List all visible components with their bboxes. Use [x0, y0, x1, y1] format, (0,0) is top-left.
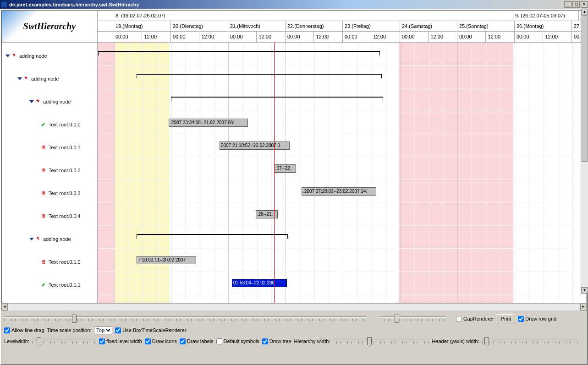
header-width-slider[interactable] [482, 337, 578, 345]
header-width-label: Header (yaxis) width: [432, 338, 479, 344]
hierarchy-width-label: Hierarchy width: [294, 338, 330, 344]
tree-node[interactable]: adding node [2, 67, 97, 90]
gantt-row[interactable] [98, 226, 586, 249]
timebar[interactable]: 2007 21:10:52--22.02.2007 0 [220, 142, 290, 150]
scale-hour: 00:00 [171, 32, 199, 42]
print-button[interactable]: Print [497, 314, 516, 323]
tree-toggle-icon[interactable] [29, 238, 34, 240]
default-symbols-checkbox[interactable]: Default symbols [216, 338, 259, 344]
zoom-slider[interactable] [4, 315, 366, 323]
allow-line-drag-checkbox[interactable]: Allow line drag [4, 327, 44, 333]
scale-day: 22.(Donnerstag) [286, 21, 343, 31]
scroll-track[interactable] [8, 304, 580, 311]
minimize-button[interactable]: _ [564, 1, 572, 8]
hierarchy-title: SwtHierarchy [23, 21, 76, 32]
tree-label: Text root.0.0.3 [49, 191, 81, 196]
draw-tree-checkbox[interactable]: Draw tree [262, 338, 291, 344]
gantt-row[interactable]: 2007 21:10:52--22.02.2007 0 [98, 134, 586, 157]
scale-hour: 12:00 [486, 32, 515, 42]
timeline-panel[interactable]: 8. (19.02.07-26.02.07)9. (26.02.07-05.03… [98, 11, 586, 303]
tree-node[interactable]: adding node [2, 90, 97, 113]
scale-week: 9. (26.02.07-05.03.07) [513, 11, 579, 21]
tree-node[interactable]: adding node [2, 44, 97, 67]
tree-toggle-icon[interactable] [5, 54, 10, 57]
gantt-view: SwtHierarchy adding nodeadding nodeaddin… [1, 10, 587, 303]
summary-bracket[interactable] [171, 97, 383, 98]
timebar[interactable]: 01:53:04--22.02.200 [232, 279, 287, 287]
gantt-row[interactable]: 01:53:04--22.02.200 [98, 272, 586, 294]
scroll-down-icon[interactable]: ▼ [581, 287, 588, 294]
timebar[interactable]: 7 10:00:11--20.02.2007 [137, 256, 196, 264]
slider-2[interactable] [381, 315, 445, 323]
scale-day: 26.(Montag) [515, 21, 572, 31]
gantt-rows[interactable]: .2007 23:34:08--21.02.2007 06:2007 21:10… [98, 43, 586, 294]
scroll-thumb[interactable] [582, 15, 588, 162]
gantt-row[interactable]: .2007 23:34:08--21.02.2007 06: [98, 111, 586, 134]
draw-icons-checkbox[interactable]: Draw icons [145, 338, 177, 344]
tree-label: adding node [43, 99, 71, 104]
tree-node[interactable]: ✔Text root.0.0.0 [2, 113, 97, 136]
scale-week: 8. (19.02.07-26.02.07) [114, 11, 513, 21]
scale-day: 24.(Samstag) [400, 21, 457, 31]
vertical-scrollbar[interactable]: ▲ ▼ [581, 9, 588, 294]
exclamation-icon: !!! [41, 145, 47, 150]
scale-hour: 00:00 [286, 32, 314, 42]
gantt-row[interactable]: :37--22. [98, 157, 586, 180]
tree-node[interactable]: !!!Text root.0.0.4 [2, 205, 97, 228]
tree-node[interactable]: ✔Text root.0.1.1 [2, 273, 97, 296]
scale-day: 21.(Mittwoch) [228, 21, 286, 31]
close-button[interactable]: ✕ [581, 1, 588, 8]
gantt-row[interactable] [98, 65, 586, 88]
levelwidth-slider[interactable] [32, 337, 96, 345]
gap-renderer-checkbox[interactable]: GapRenderer [456, 316, 494, 322]
scale-hour: 12:00 [544, 32, 572, 42]
window-title: de.jaret.examples.timebars.hierarchy.swt… [9, 2, 563, 7]
use-box-renderer-checkbox[interactable]: Use BoxTimeScaleRenderer [115, 327, 186, 333]
gantt-row[interactable] [98, 43, 586, 65]
gantt-row[interactable]: 7 10:00:11--20.02.2007 [98, 249, 586, 272]
summary-bracket[interactable] [137, 234, 288, 236]
scroll-up-icon[interactable]: ▲ [581, 9, 588, 15]
add-node-icon [12, 53, 17, 59]
tree-node[interactable]: !!!Text root.0.0.1 [2, 136, 97, 159]
tree-label: Text root.0.0.4 [49, 213, 81, 219]
tree-toggle-icon[interactable] [17, 77, 22, 80]
tree-view[interactable]: adding nodeadding nodeadding node✔Text r… [2, 43, 97, 303]
hierarchy-width-slider[interactable] [333, 337, 429, 345]
tree-node[interactable]: !!!Text root.0.0.3 [2, 182, 97, 205]
gantt-row[interactable]: .2007 07:28:03--23.02.2007 14: [98, 180, 586, 203]
tree-label: Text root.0.0.2 [49, 168, 81, 173]
hierarchy-header: SwtHierarchy [2, 11, 97, 43]
timebar[interactable]: .2007 07:28:03--23.02.2007 14: [302, 187, 376, 196]
scale-hour: 12:00 [429, 32, 457, 42]
scroll-left-icon[interactable]: ◄ [1, 304, 8, 311]
check-icon: ✔ [41, 282, 47, 288]
scale-hour: 00:00 [400, 32, 429, 42]
maximize-button[interactable]: ◻ [572, 1, 580, 8]
scale-day: 25.(Sonntag) [457, 21, 515, 31]
scroll-right-icon[interactable]: ► [580, 304, 587, 311]
summary-bracket[interactable] [98, 51, 380, 53]
draw-row-grid-checkbox[interactable]: Draw row grid [518, 316, 556, 322]
fixed-level-width-checkbox[interactable]: fixed level width [99, 338, 142, 344]
draw-labels-checkbox[interactable]: Draw labels [180, 338, 213, 344]
time-scale-position-select[interactable]: Top [94, 326, 112, 334]
gantt-row[interactable] [98, 88, 586, 111]
summary-bracket[interactable] [137, 74, 382, 76]
gantt-row[interactable]: :28--21. [98, 203, 586, 226]
tree-label: Text root.0.1.0 [49, 259, 81, 265]
tree-node[interactable]: adding node [2, 228, 97, 251]
tree-label: Text root.0.0.1 [49, 145, 81, 150]
add-node-icon [36, 99, 41, 104]
tree-node[interactable]: !!!Text root.0.0.2 [2, 159, 97, 182]
tree-node[interactable]: !!!Text root.0.1.0 [2, 251, 97, 273]
tree-toggle-icon[interactable] [29, 100, 34, 103]
horizontal-scrollbar[interactable]: ◄ ► [1, 303, 587, 311]
timebar[interactable]: :37--22. [274, 164, 296, 173]
tree-label: Text root.0.1.1 [49, 282, 81, 288]
scale-day: 19.(Montag) [114, 21, 171, 31]
timebar[interactable]: .2007 23:34:08--21.02.2007 06: [169, 119, 248, 127]
scale-hour: 12:00 [200, 32, 228, 42]
add-node-icon [24, 76, 29, 82]
scale-day: 23.(Freitag) [343, 21, 400, 31]
